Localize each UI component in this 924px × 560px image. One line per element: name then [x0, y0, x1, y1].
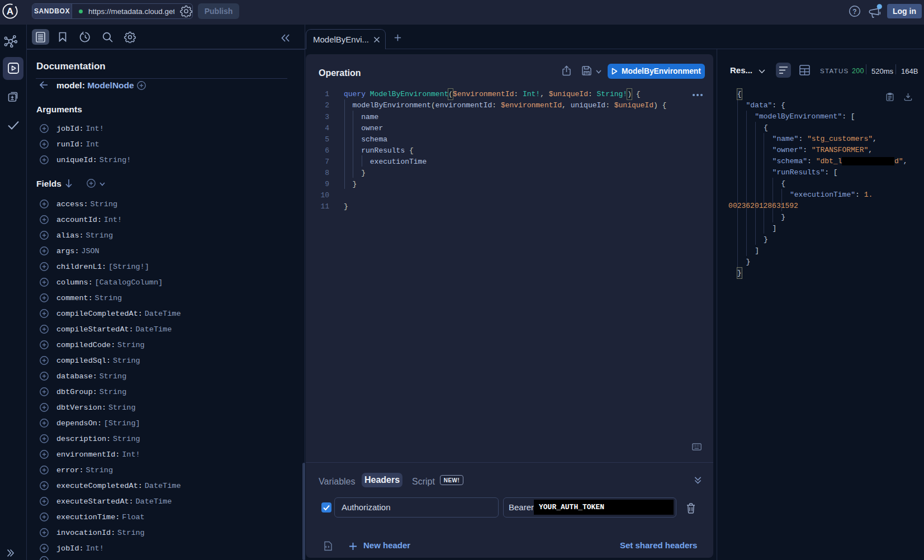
svg-text:A: A: [7, 6, 13, 17]
svg-text:?: ?: [852, 8, 856, 16]
